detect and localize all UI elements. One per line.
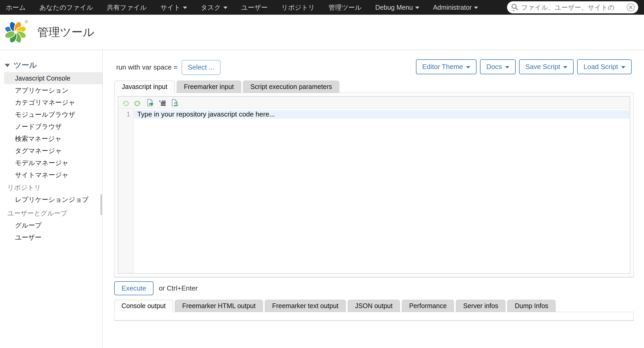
search-input[interactable] [521, 4, 624, 11]
tab-console-output[interactable]: Console output [114, 300, 173, 312]
sidebar-section-tools[interactable]: ツール [5, 60, 102, 71]
tab-freemarker-input[interactable]: Freemarker input [177, 81, 241, 93]
admin-tools-sidebar: ツール Javascript Console アプリケーション カテゴリマネージ… [0, 50, 103, 348]
sidebar-item-model-manager[interactable]: モデルマネージャ [0, 157, 102, 169]
reload-document-icon[interactable] [171, 99, 179, 107]
search-icon[interactable] [511, 3, 519, 12]
chevron-down-icon [415, 7, 419, 9]
sidebar-item-replication-jobs[interactable]: レプリケーションジョブ [0, 193, 102, 205]
nav-item-my-files[interactable]: あなたのファイル [39, 3, 93, 12]
editor-theme-button[interactable]: Editor Theme [416, 59, 477, 74]
nav-item-sites[interactable]: サイト [160, 3, 187, 12]
execute-shortcut-hint: or Ctrl+Enter [159, 284, 198, 292]
undo-icon[interactable] [122, 99, 129, 107]
chevron-down-icon [505, 66, 509, 68]
redo-icon[interactable] [134, 99, 142, 107]
tab-freemarker-html-output[interactable]: Freemarker HTML output [175, 300, 263, 312]
tab-json-output[interactable]: JSON output [348, 300, 400, 312]
code-editor: 1 Type in your repository javascript cod… [118, 96, 630, 273]
tab-server-infos[interactable]: Server infos [456, 300, 505, 312]
input-tabs: Javascript input Freemarker input Script… [114, 81, 644, 93]
sidebar-item-users[interactable]: ユーザー [0, 231, 102, 243]
tab-performance[interactable]: Performance [402, 300, 454, 312]
javascript-console-main: run with var space = Select ... Editor T… [103, 50, 644, 348]
tab-script-execution-parameters[interactable]: Script execution parameters [243, 81, 339, 93]
nav-item-shared-files[interactable]: 共有ファイル [107, 3, 147, 12]
clear-circle-icon[interactable] [626, 3, 635, 12]
editor-toolbar [118, 97, 630, 109]
var-space-label: run with var space = [116, 63, 177, 71]
execute-row: Execute or Ctrl+Enter [114, 281, 644, 295]
nav-item-user-menu[interactable]: Administrator [433, 4, 478, 11]
editor-code-line[interactable]: Type in your repository javascript code … [134, 110, 630, 119]
line-number: 1 [118, 110, 134, 119]
tab-javascript-input[interactable]: Javascript input [114, 81, 175, 93]
docs-button[interactable]: Docs [480, 59, 515, 74]
triangle-down-icon [5, 64, 10, 67]
load-script-button[interactable]: Load Script [577, 59, 632, 74]
sidebar-item-javascript-console[interactable]: Javascript Console [4, 72, 102, 84]
sidebar-item-site-manager[interactable]: サイトマネージャ [0, 169, 102, 181]
page-header: ® 管理ツール [0, 15, 644, 50]
sidebar-item-application[interactable]: アプリケーション [0, 84, 102, 96]
sidebar-section-users-groups: ユーザーとグループ [7, 207, 102, 219]
sidebar-item-tag-manager[interactable]: タグマネージャ [0, 145, 102, 157]
sidebar-section-repository: リポジトリ [7, 181, 102, 193]
save-script-button[interactable]: Save Script [519, 59, 574, 74]
page-title: 管理ツール [37, 25, 94, 40]
chevron-down-icon [621, 66, 625, 68]
nav-item-home[interactable]: ホーム [6, 3, 26, 12]
tab-dump-infos[interactable]: Dump Infos [507, 300, 556, 312]
sidebar-item-module-browser[interactable]: モジュールブラウザ [0, 108, 102, 120]
nav-item-tasks[interactable]: タスク [201, 3, 228, 12]
console-output-panel [114, 312, 634, 320]
execute-button[interactable]: Execute [114, 281, 154, 295]
console-menu-buttons: Editor Theme Docs Save Script Load Scrip… [416, 59, 632, 74]
chevron-down-icon [563, 66, 567, 68]
sidebar-item-category-manager[interactable]: カテゴリマネージャ [0, 96, 102, 108]
nav-item-people[interactable]: ユーザー [241, 3, 268, 12]
chevron-down-icon [183, 7, 187, 9]
load-document-icon[interactable] [146, 99, 154, 107]
registered-trademark: ® [25, 19, 28, 25]
editor-gutter: 1 [118, 109, 134, 273]
chevron-down-icon [223, 7, 228, 9]
output-tabs: Console output Freemarker HTML output Fr… [114, 300, 644, 312]
sidebar-item-node-browser[interactable]: ノードブラウザ [0, 120, 102, 133]
sidebar-item-search-manager[interactable]: 検索マネージャ [0, 133, 102, 145]
global-search-box[interactable] [507, 1, 638, 13]
admin-console-page: ホーム あなたのファイル 共有ファイル サイト タスク ユーザー リポジトリ 管… [0, 0, 644, 348]
select-var-space-button[interactable]: Select ... [182, 60, 220, 75]
indent-icon[interactable] [159, 99, 166, 107]
sidebar-scrollbar-thumb[interactable] [101, 194, 102, 215]
chevron-down-icon [474, 7, 478, 9]
tab-freemarker-text-output[interactable]: Freemarker text output [265, 300, 346, 312]
nav-item-admin-tools[interactable]: 管理ツール [329, 3, 362, 12]
javascript-input-panel: 1 Type in your repository javascript cod… [114, 93, 634, 277]
top-navigation-bar: ホーム あなたのファイル 共有ファイル サイト タスク ユーザー リポジトリ 管… [0, 0, 644, 15]
nav-item-repository[interactable]: リポジトリ [281, 3, 315, 12]
editor-area[interactable]: 1 Type in your repository javascript cod… [118, 109, 630, 273]
chevron-down-icon [466, 66, 470, 68]
nav-item-debug-menu[interactable]: Debug Menu [375, 4, 419, 11]
alfresco-flower-logo [4, 21, 27, 44]
sidebar-item-groups[interactable]: グループ [0, 219, 102, 231]
